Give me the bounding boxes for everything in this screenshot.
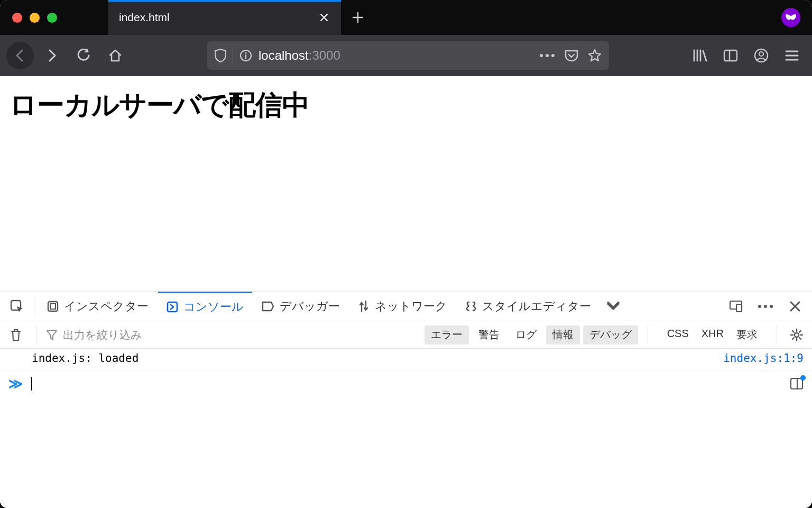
page-info-icon[interactable] [239,49,252,62]
element-picker-button[interactable] [4,294,30,319]
window-controls [0,0,108,35]
account-avatar-button[interactable] [781,8,800,27]
console-log-source[interactable]: index.js:1:9 [723,352,804,365]
level-error-chip[interactable]: エラー [425,325,469,344]
console-icon [167,301,178,313]
shield-icon [215,49,226,62]
tabstrip: index.html [0,0,812,35]
url-text[interactable]: localhost:3000 [259,48,533,63]
back-button[interactable] [6,42,34,69]
svg-point-20 [764,305,767,308]
filter-separator-3 [777,325,777,344]
url-bar[interactable]: localhost:3000 [207,41,609,70]
tab-console-label: コンソール [183,299,244,315]
notification-dot-icon [800,375,806,380]
filter-separator-2 [648,325,648,344]
svg-rect-2 [245,55,246,59]
request-xhr-chip[interactable]: XHR [702,328,724,342]
console-filter-input[interactable]: 出力を絞り込み [46,328,384,342]
clear-console-button[interactable] [5,328,26,342]
tab-style-editor-label: スタイルエディター [482,298,591,314]
svg-point-5 [551,54,555,57]
browser-chrome: index.html [0,0,812,76]
svg-point-21 [770,305,773,308]
more-tabs-button[interactable] [601,294,626,319]
console-input-row[interactable]: ≫ [0,370,812,397]
svg-point-1 [245,52,246,53]
tab-debugger-label: デバッガー [280,298,340,314]
inspector-icon [47,301,59,312]
editor-mode-toggle[interactable] [790,377,804,390]
devtools-separator [34,297,34,316]
tab-title: index.html [119,11,318,24]
app-menu-button[interactable] [778,42,806,69]
style-editor-icon [465,301,477,312]
home-button[interactable] [102,42,129,69]
browser-tab[interactable]: index.html [108,0,341,35]
input-caret [31,377,32,391]
devtools-menu-button[interactable] [753,294,778,319]
request-css-chip[interactable]: CSS [667,328,689,342]
request-requests-chip[interactable]: 要求 [736,328,758,342]
forward-button[interactable] [38,42,66,69]
svg-point-3 [540,54,543,57]
level-warning-chip[interactable]: 警告 [472,325,506,344]
close-window-button[interactable] [12,13,22,23]
minimize-window-button[interactable] [30,13,40,23]
tabstrip-spacer [375,0,781,35]
sidebar-button[interactable] [717,42,744,69]
nav-toolbar: localhost:3000 [0,35,812,76]
console-settings-button[interactable] [787,328,807,342]
mask-icon [785,14,797,21]
prompt-icon: ≫ [8,376,23,392]
svg-point-9 [759,52,763,56]
tab-close-button[interactable] [318,11,330,24]
devtools-panel: インスペクター コンソール デバッガー ネットワーク [0,292,812,508]
tab-inspector[interactable]: インスペクター [39,292,157,321]
level-info-chip[interactable]: 情報 [546,325,580,344]
tab-debugger[interactable]: デバッガー [253,292,348,321]
tab-network[interactable]: ネットワーク [349,292,456,321]
debugger-icon [262,301,274,312]
source-line: 1 [783,352,790,365]
funnel-icon [46,329,58,341]
maximize-window-button[interactable] [47,13,57,23]
responsive-design-button[interactable] [723,294,749,319]
svg-rect-15 [50,304,56,309]
page-heading: ローカルサーバで配信中 [10,87,802,124]
console-output: index.js: loaded index.js:1:9 ≫ [0,349,812,508]
new-tab-button[interactable] [341,0,375,35]
urlbar-separator [233,48,233,64]
filter-placeholder-text: 出力を絞り込み [63,328,142,342]
devtools-close-button[interactable] [782,294,808,319]
source-file: index.js [723,352,777,365]
svg-rect-18 [736,304,742,312]
console-filter-bar: 出力を絞り込み エラー 警告 ログ 情報 デバッグ CSS XHR 要求 [0,321,812,349]
svg-rect-6 [724,50,737,61]
devtools-tabs: インスペクター コンソール デバッガー ネットワーク [0,292,812,321]
profile-button[interactable] [748,42,775,69]
tab-style-editor[interactable]: スタイルエディター [457,292,599,321]
svg-point-19 [758,305,761,308]
page-viewport: ローカルサーバで配信中 [0,76,812,292]
console-log-row[interactable]: index.js: loaded index.js:1:9 [0,349,812,370]
source-col: 9 [797,352,804,365]
filter-separator [36,325,36,344]
level-log-chip[interactable]: ログ [509,325,543,344]
page-actions-button[interactable] [539,53,555,58]
svg-rect-14 [48,302,58,311]
url-host: localhost [259,48,309,63]
bookmark-icon[interactable] [588,49,602,62]
library-button[interactable] [686,42,714,69]
console-log-message: index.js: loaded [32,352,139,365]
tab-inspector-label: インスペクター [64,298,149,314]
svg-point-4 [546,54,549,57]
svg-point-22 [795,333,799,337]
url-port: :3000 [309,48,340,63]
tab-network-label: ネットワーク [375,298,447,314]
pocket-icon[interactable] [565,49,578,62]
level-debug-chip[interactable]: デバッグ [583,325,638,344]
network-icon [358,300,370,313]
tab-console[interactable]: コンソール [158,292,252,321]
reload-button[interactable] [70,42,97,69]
